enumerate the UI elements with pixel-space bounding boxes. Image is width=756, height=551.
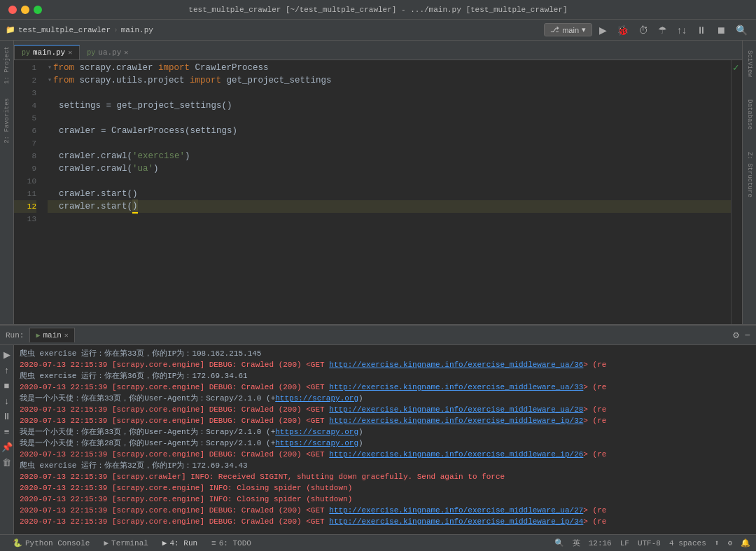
sidebar-item-scview[interactable]: SciView bbox=[746, 46, 753, 81]
tab-bar: py main.py ✕ py ua.py ✕ bbox=[14, 41, 742, 60]
tab-main-py[interactable]: py main.py ✕ bbox=[14, 45, 80, 60]
tab-icon-ua: py bbox=[87, 49, 95, 57]
branch-button[interactable]: ⎇ main ▾ bbox=[544, 23, 592, 36]
code-line-4: settings = get_project_settings() bbox=[48, 99, 731, 112]
vcs-button[interactable]: ↑↓ bbox=[674, 23, 690, 37]
run-tab-close[interactable]: ✕ bbox=[64, 331, 69, 340]
stop-btn[interactable]: ■ bbox=[2, 379, 12, 392]
link-4[interactable]: http://exercise.kingname.info/exercise_m… bbox=[329, 417, 583, 425]
settings-icon-status[interactable]: ⚙ bbox=[727, 538, 732, 547]
tab-icon-main: py bbox=[22, 49, 30, 57]
code-line-3 bbox=[48, 87, 731, 99]
link-scrapy-3[interactable]: https://scrapy.org bbox=[275, 439, 358, 447]
status-indent[interactable]: 4 spaces bbox=[669, 539, 706, 547]
sidebar-item-structure[interactable]: Z: Structure bbox=[746, 148, 753, 202]
link-1[interactable]: http://exercise.kingname.info/exercise_m… bbox=[329, 361, 583, 369]
code-line-8: crawler.crawl('exercise') bbox=[48, 150, 731, 162]
status-encoding[interactable]: UTF-8 bbox=[638, 539, 661, 547]
link-7[interactable]: http://exercise.kingname.info/exercise_m… bbox=[329, 517, 583, 526]
console-line-10: 2020-07-13 22:15:39 [scrapy.core.engine]… bbox=[20, 449, 750, 460]
code-line-5 bbox=[48, 112, 731, 125]
window-title: test_multple_crawler [~/test_multple_cra… bbox=[188, 6, 567, 14]
toolbar-right: ⎇ main ▾ ▶ 🐞 ⏱ ☂ ↑↓ ⏸ ⏹ 🔍 bbox=[544, 23, 750, 37]
breadcrumb-project[interactable]: test_multple_crawler bbox=[18, 26, 111, 34]
window-controls[interactable] bbox=[8, 6, 42, 14]
run-tab-main[interactable]: ▶ main ✕ bbox=[29, 328, 74, 342]
breadcrumb: 📁 test_multple_crawler › main.py bbox=[6, 25, 153, 34]
tab-close-main[interactable]: ✕ bbox=[68, 48, 72, 57]
run-label-bottom: 4: Run bbox=[169, 539, 197, 547]
console-line-13: 2020-07-13 22:15:39 [scrapy.core.engine]… bbox=[20, 482, 750, 494]
tab-ua-py[interactable]: py ua.py ✕ bbox=[80, 45, 135, 60]
code-line-9: crawler.crawl('ua') bbox=[48, 162, 731, 175]
bottom-tab-todo[interactable]: ≡ 6: TODO bbox=[204, 536, 258, 550]
branch-arrow: ▾ bbox=[582, 25, 586, 34]
coverage-button[interactable]: ☂ bbox=[655, 23, 670, 37]
console-line-16: 2020-07-13 22:15:39 [scrapy.core.engine]… bbox=[20, 516, 750, 527]
pause-btn[interactable]: ⏸ bbox=[0, 410, 13, 423]
profile-button[interactable]: ⏱ bbox=[636, 23, 651, 37]
stop-button[interactable]: ⏹ bbox=[713, 23, 729, 37]
pin-btn[interactable]: 📌 bbox=[0, 440, 15, 454]
run-icon-bottom: ▶ bbox=[162, 538, 167, 547]
sidebar-item-favorites[interactable]: 2: Favorites bbox=[4, 98, 10, 144]
tab-close-ua[interactable]: ✕ bbox=[124, 48, 128, 57]
indent-btn[interactable]: ≡ bbox=[2, 425, 12, 438]
run-label: Run: bbox=[6, 331, 24, 340]
link-scrapy-2[interactable]: https://scrapy.org bbox=[275, 428, 358, 436]
scroll-down-btn[interactable]: ↓ bbox=[2, 394, 11, 407]
clear-btn[interactable]: 🗑 bbox=[0, 456, 13, 469]
debug-button[interactable]: 🐞 bbox=[614, 23, 631, 37]
todo-label: 6: TODO bbox=[219, 539, 251, 547]
console-output[interactable]: 爬虫 exercise 运行：你在第33页，你的IP为：108.162.215.… bbox=[14, 345, 756, 534]
sidebar-item-database[interactable]: Database bbox=[746, 95, 753, 134]
bottom-tab-terminal[interactable]: ▶ Terminal bbox=[97, 536, 155, 550]
fold-icon-1[interactable]: ▾ bbox=[48, 62, 52, 74]
main-content: 1: Project 2: Favorites py main.py ✕ py … bbox=[0, 41, 756, 324]
console-controls-left: ▶ ↑ ■ ↓ ⏸ ≡ 📌 🗑 bbox=[0, 345, 14, 534]
editor-pane: py main.py ✕ py ua.py ✕ 1 2 3 4 5 6 7 8 … bbox=[14, 41, 742, 324]
maximize-button[interactable] bbox=[34, 6, 42, 14]
search-button[interactable]: 🔍 bbox=[733, 23, 750, 37]
console-line-3: 爬虫 exercise 运行：你在第36页，你的IP为：172.69.34.61 bbox=[20, 370, 750, 382]
left-sidebar: 1: Project 2: Favorites bbox=[0, 41, 14, 324]
link-3[interactable]: http://exercise.kingname.info/exercise_m… bbox=[329, 405, 583, 414]
run-button[interactable]: ▶ bbox=[596, 23, 610, 37]
link-6[interactable]: http://exercise.kingname.info/exercise_m… bbox=[329, 506, 583, 515]
status-lf[interactable]: LF bbox=[620, 539, 629, 547]
link-2[interactable]: http://exercise.kingname.info/exercise_m… bbox=[329, 383, 583, 391]
terminal-icon: ▶ bbox=[104, 538, 108, 547]
notification-icon[interactable]: 🔔 bbox=[741, 538, 750, 547]
minimize-icon[interactable]: − bbox=[745, 330, 750, 341]
bottom-tab-run[interactable]: ▶ 4: Run bbox=[155, 536, 204, 550]
bottom-tab-python[interactable]: 🐍 Python Console bbox=[6, 536, 97, 550]
encoding-cn[interactable]: 英 bbox=[573, 538, 580, 548]
breadcrumb-file[interactable]: main.py bbox=[121, 26, 153, 34]
code-line-1: ▾ from scrapy.crawler import CrawlerProc… bbox=[48, 62, 731, 74]
branch-icon: ⎇ bbox=[550, 25, 559, 34]
link-5[interactable]: http://exercise.kingname.info/exercise_m… bbox=[329, 450, 583, 459]
code-line-13 bbox=[48, 213, 731, 225]
code-area[interactable]: ▾ from scrapy.crawler import CrawlerProc… bbox=[42, 60, 731, 324]
fold-icon-2[interactable]: ▾ bbox=[48, 74, 52, 87]
console-line-11: 爬虫 exercise 运行：你在第32页，你的IP为：172.69.34.43 bbox=[20, 460, 750, 471]
settings-icon[interactable]: ⚙ bbox=[733, 329, 738, 341]
pause-button[interactable]: ⏸ bbox=[694, 23, 709, 37]
play-btn[interactable]: ▶ bbox=[1, 348, 13, 361]
console-line-8: 我是一个小天使：你在第33页，你的User-Agent为：Scrapy/2.1.… bbox=[20, 426, 750, 438]
sidebar-item-project[interactable]: 1: Project bbox=[4, 46, 10, 84]
status-bar: 🐍 Python Console ▶ Terminal ▶ 4: Run ≡ 6… bbox=[0, 534, 756, 551]
link-scrapy-1[interactable]: https://scrapy.org bbox=[275, 394, 358, 403]
code-line-10 bbox=[48, 175, 731, 188]
close-button[interactable] bbox=[8, 6, 17, 14]
search-status[interactable]: 🔍 bbox=[554, 538, 564, 547]
scroll-up-btn[interactable]: ↑ bbox=[2, 363, 11, 377]
code-editor[interactable]: 1 2 3 4 5 6 7 8 9 10 11 12 13 ▾ from scr… bbox=[14, 60, 742, 324]
console-line-1: 爬虫 exercise 运行：你在第33页，你的IP为：108.162.215.… bbox=[20, 348, 750, 359]
git-push-icon[interactable]: ⬆ bbox=[715, 538, 720, 547]
minimize-button[interactable] bbox=[21, 6, 29, 14]
console-line-15: 2020-07-13 22:15:39 [scrapy.core.engine]… bbox=[20, 505, 750, 516]
console-line-4: 2020-07-13 22:15:39 [scrapy.core.engine]… bbox=[20, 382, 750, 393]
tab-label-ua: ua.py bbox=[98, 48, 121, 57]
right-sidebar: SciView Database Z: Structure bbox=[742, 41, 756, 324]
